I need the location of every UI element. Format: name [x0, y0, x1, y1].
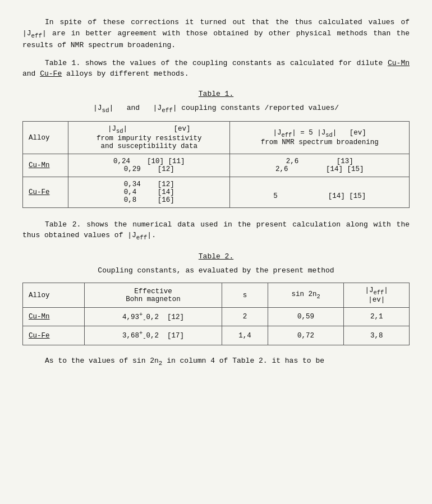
table1-alloy-cumN: Cu-Mn — [23, 154, 68, 177]
table-ref: Table — [232, 357, 254, 365]
table2-subtitle: Coupling constants, as evaluated by the … — [22, 266, 410, 275]
table1-alloy-cuFe: Cu-Fe — [23, 177, 68, 207]
table2-col2-header: Effective Bohn magneton — [84, 283, 222, 308]
table2-title: Table 2. — [22, 252, 410, 261]
page-content: In spite of these corrections it turned … — [22, 17, 410, 368]
paragraph-1: In spite of these corrections it turned … — [22, 17, 410, 51]
table1-col3-header: |Jeff| = 5 |Jsd| [ev] from NMR spectrum … — [230, 122, 410, 154]
table2-cuMn-sin2n: 0,59 — [268, 307, 343, 326]
table1-col2-header: |Jsd| [ev] from impurity resistivity and… — [68, 122, 229, 154]
table-row: Cu-Mn 0,24 [10] [11] 0,29 [12] 2,6 [13] … — [23, 154, 410, 177]
table1-cumN-col3: 2,6 [13] 2,6 [14] [15] — [230, 154, 410, 177]
table1-cuFe-col2: 0,34 [12] 0,4 [14] 0,8 [16] — [68, 177, 229, 207]
table2: Alloy Effective Bohn magneton s sin 2n2 … — [22, 283, 410, 345]
table2-cuMn-effective: 4,93+-0,2 [12] — [84, 307, 222, 326]
table2-cuMn-s: 2 — [222, 307, 268, 326]
table2-alloy-cuMn: Cu-Mn — [23, 307, 85, 326]
table2-cuFe-effective: 3,68+-0,2 [17] — [84, 326, 222, 345]
and-text: and — [22, 70, 35, 78]
table2-col3-header: s — [222, 283, 268, 308]
paragraph-4: As to the values of sin 2n2 in column 4 … — [22, 355, 410, 368]
table1-cuFe-col3: 5 [14] [15] — [230, 177, 410, 207]
table2-col5-header: |Jeff| |ev| — [344, 283, 410, 308]
table2-cuFe-s: 1,4 — [222, 326, 268, 345]
table2-cuMn-jeff: 2,1 — [344, 307, 410, 326]
paragraph-3: Table 2. shows the numerical data used i… — [22, 219, 410, 242]
table2-alloy-cuFe: Cu-Fe — [23, 326, 85, 345]
table2-col4-header: sin 2n2 — [268, 283, 343, 308]
table-row: Cu-Fe 0,34 [12] 0,4 [14] 0,8 [16] 5 [14]… — [23, 177, 410, 207]
paragraph-2: Table 1. shows the values of the couplin… — [22, 58, 410, 80]
table2-cuFe-sin2n: 0,72 — [268, 326, 343, 345]
table1: Alloy |Jsd| [ev] from impurity resistivi… — [22, 121, 410, 208]
table1-subtitle: |Jsd| and |Jeff| coupling constants /rep… — [22, 104, 410, 114]
table2-cuFe-jeff: 3,8 — [344, 326, 410, 345]
table-row: Cu-Fe 3,68+-0,2 [17] 1,4 0,72 3,8 — [23, 326, 410, 345]
table1-title: Table 1. — [22, 90, 410, 98]
table1-col1-header: Alloy — [23, 122, 68, 154]
table2-col1-header: Alloy — [23, 283, 85, 308]
table-row: Cu-Mn 4,93+-0,2 [12] 2 0,59 2,1 — [23, 307, 410, 326]
table1-cumN-col2: 0,24 [10] [11] 0,29 [12] — [68, 154, 229, 177]
